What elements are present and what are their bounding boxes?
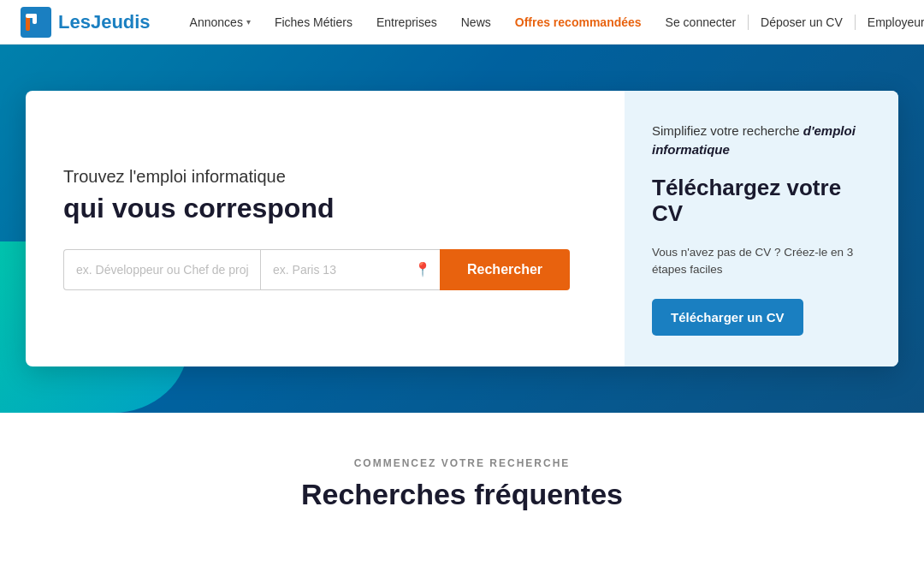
location-input[interactable] [273, 263, 410, 277]
navbar: LesJeudis Annonces ▾ Fiches Métiers Entr… [0, 0, 924, 45]
upload-cv-button[interactable]: Télécharger un CV [652, 299, 803, 336]
bottom-eyebrow: COMMENCEZ VOTRE RECHERCHE [0, 457, 924, 469]
hero-section: Trouvez l'emploi informatique qui vous c… [0, 45, 924, 413]
nav-links: Annonces ▾ Fiches Métiers Entreprises Ne… [178, 15, 654, 29]
search-location-wrapper: 📍 [260, 249, 440, 290]
bottom-title: Recherches fréquentes [0, 478, 924, 511]
svg-rect-3 [26, 14, 37, 18]
nav-item-entreprises[interactable]: Entreprises [364, 15, 449, 29]
search-button[interactable]: Rechercher [440, 249, 570, 290]
nav-item-annonces[interactable]: Annonces ▾ [178, 15, 263, 29]
nav-item-offres[interactable]: Offres recommandées [503, 15, 654, 29]
nav-deposer-cv[interactable]: Déposer un CV [749, 15, 855, 29]
card-subtitle: Trouvez l'emploi informatique [63, 167, 587, 187]
search-row: 📍 Rechercher [63, 249, 587, 290]
chevron-down-icon: ▾ [246, 17, 251, 27]
nav-employeurs[interactable]: Employeurs ▾ [856, 15, 924, 29]
card-right-title: Téléchargez votre CV [652, 176, 871, 227]
nav-right: Se connecter Déposer un CV Employeurs ▾ [654, 15, 924, 30]
logo-text: LesJeudis [58, 11, 151, 33]
card-title: qui vous correspond [63, 192, 587, 224]
nav-item-news[interactable]: News [449, 15, 503, 29]
logo-icon [21, 7, 51, 38]
card-right-desc: Vous n'avez pas de CV ? Créez-le en 3 ét… [652, 244, 871, 279]
search-input[interactable] [63, 249, 260, 290]
location-pin-icon: 📍 [414, 261, 431, 277]
card-right: Simplifiez votre recherche d'emploi info… [625, 91, 898, 366]
logo[interactable]: LesJeudis [21, 7, 151, 38]
bottom-section: COMMENCEZ VOTRE RECHERCHE Recherches fré… [0, 413, 924, 537]
nav-se-connecter[interactable]: Se connecter [654, 15, 749, 29]
nav-item-fiches[interactable]: Fiches Métiers [263, 15, 364, 29]
card-left: Trouvez l'emploi informatique qui vous c… [26, 91, 625, 366]
hero-card: Trouvez l'emploi informatique qui vous c… [26, 91, 898, 366]
card-right-subtitle: Simplifiez votre recherche d'emploi info… [652, 122, 871, 160]
